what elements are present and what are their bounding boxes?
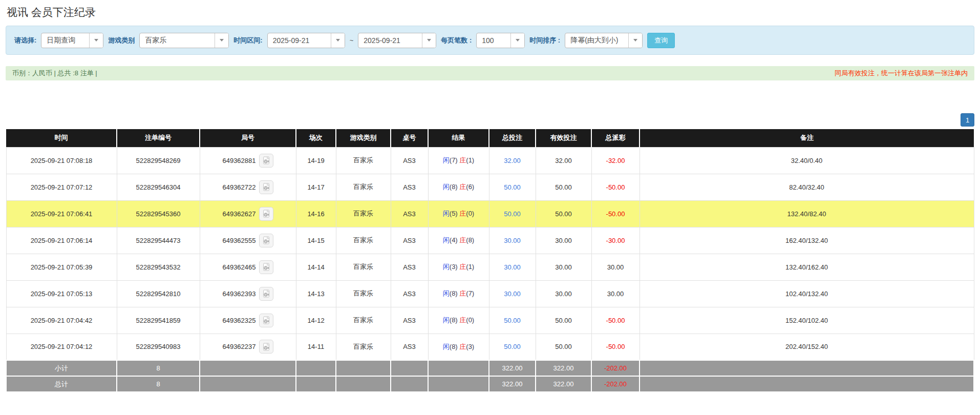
total-bet-cell[interactable]: 50.00 xyxy=(489,307,536,334)
total-bet-cell[interactable]: 30.00 xyxy=(489,280,536,307)
date-from-select[interactable]: 2025-09-21 xyxy=(267,33,345,48)
total-bet-cell[interactable]: 50.00 xyxy=(489,174,536,200)
banker-result-count: (3) xyxy=(466,343,474,350)
footer-valid-bet-cell: 322.00 xyxy=(536,376,591,392)
table-row[interactable]: 2025-09-21 07:04:42522829541859649362325… xyxy=(6,307,974,334)
game-type-cell: 百家乐 xyxy=(336,147,391,174)
player-result-label: 闲 xyxy=(443,289,450,297)
table-row[interactable]: 2025-09-21 07:05:39522829543532649362465… xyxy=(6,254,974,280)
table-number-cell: AS3 xyxy=(391,174,428,200)
bet-number-cell: 522829541859 xyxy=(117,307,200,334)
video-replay-button[interactable] xyxy=(259,234,273,247)
video-replay-button[interactable] xyxy=(259,154,273,168)
query-type-select[interactable]: 日期查询 xyxy=(41,33,103,48)
table-row[interactable]: 2025-09-21 07:07:12522829546304649362722… xyxy=(6,174,974,200)
sort-order-select[interactable]: 降幂(由大到小) xyxy=(565,33,643,48)
player-result-count: (3) xyxy=(450,263,458,271)
total-bet-cell[interactable]: 30.00 xyxy=(489,227,536,254)
column-header-4: 游戏类别 xyxy=(336,129,391,147)
column-header-2: 局号 xyxy=(200,129,296,147)
total-bet-cell[interactable]: 50.00 xyxy=(489,334,536,360)
bet-number-cell: 522829546304 xyxy=(117,174,200,200)
round-number-cell: 649362881 xyxy=(200,147,296,174)
bet-number-cell: 522829544473 xyxy=(117,227,200,254)
sort-order-value: 降幂(由大到小) xyxy=(565,33,628,48)
player-result-label: 闲 xyxy=(443,183,450,191)
column-header-1: 注单编号 xyxy=(117,129,200,147)
select-type-label: 请选择: xyxy=(14,36,36,45)
subtotal-row: 小计8322.00322.00-202.00 xyxy=(6,360,974,376)
player-result-label: 闲 xyxy=(443,156,450,164)
remark-cell: 132.40/162.40 xyxy=(640,254,974,280)
page: 视讯 会员下注纪录 请选择: 日期查询 游戏类别 百家乐 时间区间: 2025-… xyxy=(0,5,980,392)
footer-empty-cell xyxy=(200,360,296,376)
page-size-select[interactable]: 100 xyxy=(476,33,525,48)
column-header-0: 时间 xyxy=(6,129,117,147)
search-button[interactable]: 查询 xyxy=(647,33,675,48)
bet-number-cell: 522829548269 xyxy=(117,147,200,174)
video-replay-button[interactable] xyxy=(259,314,273,327)
game-type-cell: 百家乐 xyxy=(336,254,391,280)
records-footer: 小计8322.00322.00-202.00总计8322.00322.00-20… xyxy=(6,360,974,392)
date-to-select[interactable]: 2025-09-21 xyxy=(358,33,436,48)
table-number-cell: AS3 xyxy=(391,280,428,307)
game-type-select[interactable]: 百家乐 xyxy=(139,33,229,48)
video-file-icon xyxy=(262,236,270,244)
video-replay-button[interactable] xyxy=(259,180,273,194)
banker-result-label: 庄 xyxy=(459,156,466,164)
video-replay-button[interactable] xyxy=(259,287,273,301)
footer-label-cell: 总计 xyxy=(6,376,117,392)
session-cell: 14-19 xyxy=(296,147,336,174)
footer-empty-cell xyxy=(640,360,974,376)
round-number: 649362325 xyxy=(222,317,255,324)
valid-bet-note: 同局有效投注，统一计算在该局第一张注单内 xyxy=(835,69,968,78)
date-from-value: 2025-09-21 xyxy=(268,33,331,48)
table-row[interactable]: 2025-09-21 07:05:13522829542810649362393… xyxy=(6,280,974,307)
footer-payout-cell: -202.00 xyxy=(591,376,640,392)
total-payout-cell: 30.00 xyxy=(591,280,640,307)
player-result-count: (7) xyxy=(450,156,458,164)
bet-time-cell: 2025-09-21 07:05:39 xyxy=(6,254,117,280)
table-number-cell: AS3 xyxy=(391,254,428,280)
player-result-count: (8) xyxy=(450,316,458,324)
round-number-cell: 649362722 xyxy=(200,174,296,200)
video-replay-button[interactable] xyxy=(259,260,273,274)
table-number-cell: AS3 xyxy=(391,147,428,174)
valid-bet-cell: 32.00 xyxy=(536,147,591,174)
game-result-cell: 闲(8) 庄(6) xyxy=(428,174,489,200)
player-result-label: 闲 xyxy=(443,210,450,217)
footer-empty-cell xyxy=(336,376,391,392)
pagination-page-1[interactable]: 1 xyxy=(961,113,974,127)
total-bet-cell[interactable]: 32.00 xyxy=(489,147,536,174)
table-row[interactable]: 2025-09-21 07:08:18522829548269649362881… xyxy=(6,147,974,174)
video-replay-button[interactable] xyxy=(259,207,273,221)
chevron-down-icon xyxy=(422,33,436,48)
banker-result-count: (1) xyxy=(466,263,474,271)
bet-number-cell: 522829540983 xyxy=(117,334,200,360)
chevron-down-icon xyxy=(331,33,345,48)
video-file-icon xyxy=(262,210,270,218)
total-bet-cell[interactable]: 50.00 xyxy=(489,200,536,227)
column-header-9: 总派彩 xyxy=(591,129,640,147)
footer-empty-cell xyxy=(391,360,428,376)
session-cell: 14-15 xyxy=(296,227,336,254)
footer-empty-cell xyxy=(200,376,296,392)
table-header-row: 时间注单编号局号场次游戏类别桌号结果总投注有效投注总派彩备注 xyxy=(6,129,974,147)
table-row[interactable]: 2025-09-21 07:04:12522829540983649362237… xyxy=(6,334,974,360)
banker-result-count: (1) xyxy=(466,156,474,164)
chevron-down-icon xyxy=(89,33,103,48)
game-result-cell: 闲(7) 庄(1) xyxy=(428,147,489,174)
chevron-down-icon xyxy=(628,33,642,48)
footer-total-bet-cell: 322.00 xyxy=(489,376,536,392)
banker-result-label: 庄 xyxy=(459,183,466,191)
valid-bet-cell: 30.00 xyxy=(536,280,591,307)
round-number: 649362393 xyxy=(222,290,255,298)
round-number-cell: 649362555 xyxy=(200,227,296,254)
table-row[interactable]: 2025-09-21 07:06:41522829545360649362627… xyxy=(6,200,974,227)
banker-result-count: (0) xyxy=(466,210,474,217)
banker-result-count: (8) xyxy=(466,236,474,244)
video-replay-button[interactable] xyxy=(259,340,273,354)
total-bet-cell[interactable]: 30.00 xyxy=(489,254,536,280)
table-row[interactable]: 2025-09-21 07:06:14522829544473649362555… xyxy=(6,227,974,254)
banker-result-count: (0) xyxy=(466,316,474,324)
